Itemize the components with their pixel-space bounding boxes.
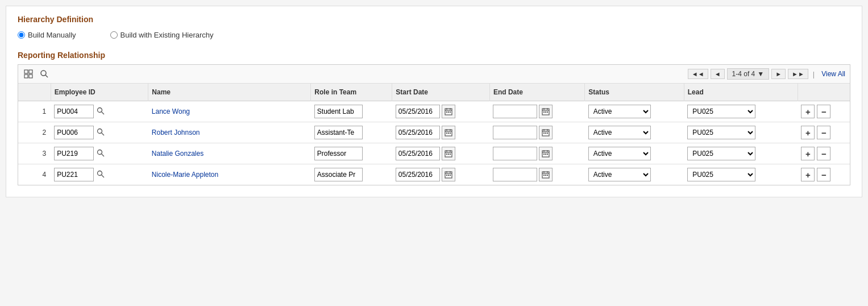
role-cell-2 <box>311 122 392 143</box>
actions-cell-3: +− <box>798 143 850 164</box>
col-header-status: Status <box>585 84 684 101</box>
lead-cell-1: PU025 <box>684 101 798 122</box>
employee-id-cell-3 <box>51 143 148 164</box>
start-date-cal-btn-1[interactable] <box>442 105 455 118</box>
employee-search-btn-2[interactable] <box>95 127 106 139</box>
status-select-2[interactable]: ActiveInactive <box>588 126 651 139</box>
lead-select-1[interactable]: PU025 <box>687 105 755 118</box>
svg-rect-20 <box>545 111 546 113</box>
end-date-cell-4 <box>489 164 584 185</box>
end-date-cal-btn-4[interactable] <box>539 168 553 181</box>
add-row-btn-2[interactable]: + <box>801 126 815 139</box>
lead-select-3[interactable]: PU025 <box>687 147 755 160</box>
section-title: Hierarchy Definition <box>18 15 850 24</box>
name-cell-3: Natalie Gonzales <box>148 143 311 164</box>
view-all-link[interactable]: View All <box>821 70 845 78</box>
add-row-btn-3[interactable]: + <box>801 147 815 160</box>
svg-rect-60 <box>446 175 447 176</box>
pagination-separator: | <box>813 70 815 78</box>
role-input-3[interactable] <box>314 147 363 160</box>
svg-rect-46 <box>450 154 451 155</box>
employee-search-btn-1[interactable] <box>95 106 106 118</box>
reporting-table: Employee ID Name Role in Team Start Date… <box>18 84 850 185</box>
prev-page-btn[interactable]: ◄ <box>711 69 725 79</box>
start-date-cal-btn-4[interactable] <box>442 168 455 181</box>
remove-row-btn-3[interactable]: − <box>817 147 830 160</box>
end-date-input-2[interactable] <box>493 126 537 139</box>
add-row-btn-1[interactable]: + <box>801 105 815 118</box>
end-date-cal-btn-3[interactable] <box>539 147 553 160</box>
radio-build-manually[interactable]: Build Manually <box>18 31 76 39</box>
employee-id-input-3[interactable] <box>54 147 94 160</box>
svg-rect-52 <box>545 154 546 155</box>
col-header-employee-id: Employee ID <box>51 84 148 101</box>
name-link-4[interactable]: Nicole-Marie Appleton <box>152 171 218 179</box>
svg-rect-68 <box>545 175 546 176</box>
lead-select-2[interactable]: PU025 <box>687 126 755 139</box>
role-input-2[interactable] <box>314 126 363 139</box>
end-date-input-4[interactable] <box>493 168 537 181</box>
remove-row-btn-4[interactable]: − <box>817 168 830 181</box>
start-date-input-4[interactable] <box>396 168 440 181</box>
lead-cell-3: PU025 <box>684 143 798 164</box>
start-date-cal-btn-3[interactable] <box>442 147 455 160</box>
start-date-input-1[interactable] <box>396 105 440 118</box>
radio-group: Build Manually Build with Existing Hiera… <box>18 31 850 39</box>
start-date-input-2[interactable] <box>396 126 440 139</box>
start-date-cal-btn-2[interactable] <box>442 126 455 139</box>
table-row: 2Robert JohnsonActiveInactivePU025+− <box>18 122 850 143</box>
table-container: ◄◄ ◄ 1-4 of 4 ▼ ► ►► | View All <box>18 64 850 185</box>
table-toolbar: ◄◄ ◄ 1-4 of 4 ▼ ► ►► | View All <box>18 65 850 84</box>
employee-id-cell-1 <box>51 101 148 122</box>
role-input-4[interactable] <box>314 168 363 181</box>
employee-id-input-2[interactable] <box>54 126 94 139</box>
end-date-cal-btn-2[interactable] <box>539 126 553 139</box>
svg-point-54 <box>98 171 102 175</box>
svg-rect-36 <box>545 133 546 134</box>
name-link-2[interactable]: Robert Johnson <box>152 129 200 137</box>
row-num-3: 3 <box>18 143 51 164</box>
search-toolbar-icon[interactable] <box>39 68 50 80</box>
svg-rect-44 <box>446 154 447 155</box>
name-cell-1: Lance Wong <box>148 101 311 122</box>
svg-rect-14 <box>450 111 451 113</box>
first-page-btn[interactable]: ◄◄ <box>688 69 708 79</box>
last-page-btn[interactable]: ►► <box>788 69 808 79</box>
col-header-role: Role in Team <box>311 84 392 101</box>
end-date-input-1[interactable] <box>493 105 537 118</box>
end-date-input-3[interactable] <box>493 147 537 160</box>
employee-search-btn-4[interactable] <box>95 169 106 181</box>
status-select-4[interactable]: ActiveInactive <box>588 168 651 181</box>
status-cell-3: ActiveInactive <box>585 143 684 164</box>
svg-rect-30 <box>450 133 451 134</box>
employee-search-btn-3[interactable] <box>95 148 106 160</box>
radio-build-existing[interactable]: Build with Existing Hierarchy <box>110 31 214 39</box>
lead-select-4[interactable]: PU025 <box>687 168 755 181</box>
table-row: 3Natalie GonzalesActiveInactivePU025+− <box>18 143 850 164</box>
next-page-btn[interactable]: ► <box>771 69 786 79</box>
role-cell-1 <box>311 101 392 122</box>
status-select-1[interactable]: ActiveInactive <box>588 105 651 118</box>
svg-rect-45 <box>448 154 449 155</box>
employee-id-cell-2 <box>51 122 148 143</box>
remove-row-btn-1[interactable]: − <box>817 105 830 118</box>
employee-id-input-1[interactable] <box>54 105 94 118</box>
name-cell-4: Nicole-Marie Appleton <box>148 164 311 185</box>
employee-id-cell-4 <box>51 164 148 185</box>
name-link-3[interactable]: Natalie Gonzales <box>152 150 203 158</box>
start-date-input-3[interactable] <box>396 147 440 160</box>
grid-view-icon[interactable] <box>23 68 34 80</box>
row-num-2: 2 <box>18 122 51 143</box>
status-select-3[interactable]: ActiveInactive <box>588 147 651 160</box>
start-date-cell-1 <box>392 101 490 122</box>
end-date-cal-btn-1[interactable] <box>539 105 553 118</box>
table-row: 1Lance WongActiveInactivePU025+− <box>18 101 850 122</box>
employee-id-input-4[interactable] <box>54 168 94 181</box>
svg-rect-21 <box>547 111 548 113</box>
pagination-label: 1-4 of 4 ▼ <box>727 68 770 80</box>
role-input-1[interactable] <box>314 105 363 118</box>
role-cell-4 <box>311 164 392 185</box>
add-row-btn-4[interactable]: + <box>801 168 815 181</box>
name-link-1[interactable]: Lance Wong <box>152 107 190 115</box>
remove-row-btn-2[interactable]: − <box>817 126 830 139</box>
